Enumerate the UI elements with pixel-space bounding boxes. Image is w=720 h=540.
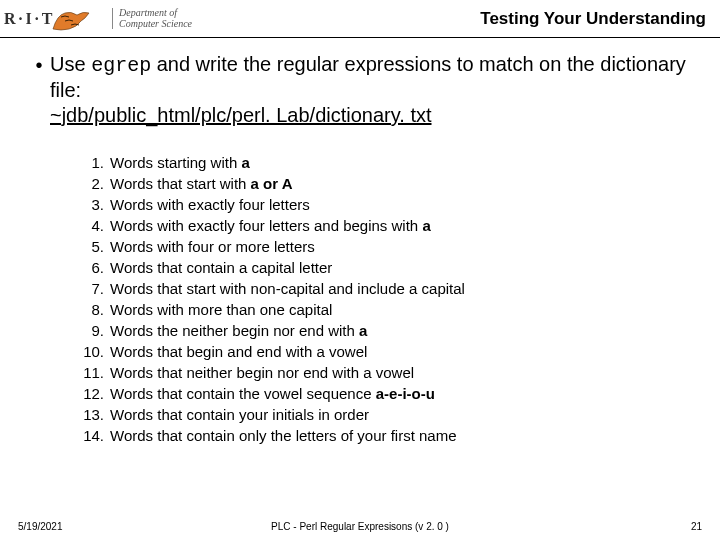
list-number: 14.: [78, 425, 104, 446]
list-number: 3.: [78, 194, 104, 215]
list-number: 9.: [78, 320, 104, 341]
footer-date: 5/19/2021: [18, 521, 63, 532]
list-text: Words with four or more letters: [110, 236, 315, 257]
list-number: 10.: [78, 341, 104, 362]
list-number: 8.: [78, 299, 104, 320]
footer-page: 21: [691, 521, 702, 532]
list-number: 1.: [78, 152, 104, 173]
main-line1a: Use: [50, 53, 91, 75]
bullet-icon: •: [28, 52, 50, 78]
list-text: Words the neither begin nor end with a: [110, 320, 367, 341]
list-text: Words that contain a capital letter: [110, 257, 332, 278]
list-item: 2.Words that start with a or A: [78, 173, 692, 194]
tiger-icon: [51, 5, 91, 33]
list-text: Words that contain the vowel sequence a-…: [110, 383, 435, 404]
list-number: 2.: [78, 173, 104, 194]
list-text: Words that start with non-capital and in…: [110, 278, 465, 299]
list-number: 11.: [78, 362, 104, 383]
list-item: 8.Words with more than one capital: [78, 299, 692, 320]
list-item: 12.Words that contain the vowel sequence…: [78, 383, 692, 404]
footer-center: PLC - Perl Regular Expresisons (v 2. 0 ): [271, 521, 449, 532]
slide-title: Testing Your Understanding: [480, 9, 712, 29]
list-item: 10.Words that begin and end with a vowel: [78, 341, 692, 362]
list-text: Words with exactly four letters and begi…: [110, 215, 431, 236]
list-item: 9.Words the neither begin nor end with a: [78, 320, 692, 341]
list-text: Words with exactly four letters: [110, 194, 310, 215]
list-item: 3.Words with exactly four letters: [78, 194, 692, 215]
main-text: Use egrep and write the regular expressi…: [50, 52, 692, 128]
list-item: 4.Words with exactly four letters and be…: [78, 215, 692, 236]
content-area: • Use egrep and write the regular expres…: [0, 38, 720, 446]
list-item: 5.Words with four or more letters: [78, 236, 692, 257]
list-item: 6.Words that contain a capital letter: [78, 257, 692, 278]
list-number: 12.: [78, 383, 104, 404]
list-item: 1.Words starting with a: [78, 152, 692, 173]
list-number: 13.: [78, 404, 104, 425]
list-item: 11.Words that neither begin nor end with…: [78, 362, 692, 383]
list-text: Words that begin and end with a vowel: [110, 341, 367, 362]
list-number: 4.: [78, 215, 104, 236]
dept-line2: Computer Science: [119, 19, 192, 30]
dept-line1: Department of: [119, 8, 192, 19]
dictionary-path: ~jdb/public_html/plc/perl. Lab/dictionar…: [50, 104, 432, 126]
rit-text: R·I·T: [4, 10, 55, 28]
list-item: 14.Words that contain only the letters o…: [78, 425, 692, 446]
list-text: Words starting with a: [110, 152, 250, 173]
list-text: Words with more than one capital: [110, 299, 332, 320]
logo-area: R·I·T Department of Computer Science: [4, 4, 192, 34]
footer: 5/19/2021 PLC - Perl Regular Expresisons…: [0, 521, 720, 532]
list-item: 13.Words that contain your initials in o…: [78, 404, 692, 425]
list-number: 6.: [78, 257, 104, 278]
list-text: Words that contain only the letters of y…: [110, 425, 457, 446]
list-text: Words that neither begin nor end with a …: [110, 362, 414, 383]
rit-logo: R·I·T: [4, 4, 104, 34]
list-text: Words that contain your initials in orde…: [110, 404, 369, 425]
list-item: 7.Words that start with non-capital and …: [78, 278, 692, 299]
main-bullet-row: • Use egrep and write the regular expres…: [28, 52, 692, 128]
header-bar: R·I·T Department of Computer Science Tes…: [0, 0, 720, 38]
code-egrep: egrep: [91, 54, 151, 77]
list-text: Words that start with a or A: [110, 173, 293, 194]
list-number: 5.: [78, 236, 104, 257]
exercise-list: 1.Words starting with a2.Words that star…: [78, 152, 692, 446]
department-label: Department of Computer Science: [112, 8, 192, 29]
list-number: 7.: [78, 278, 104, 299]
